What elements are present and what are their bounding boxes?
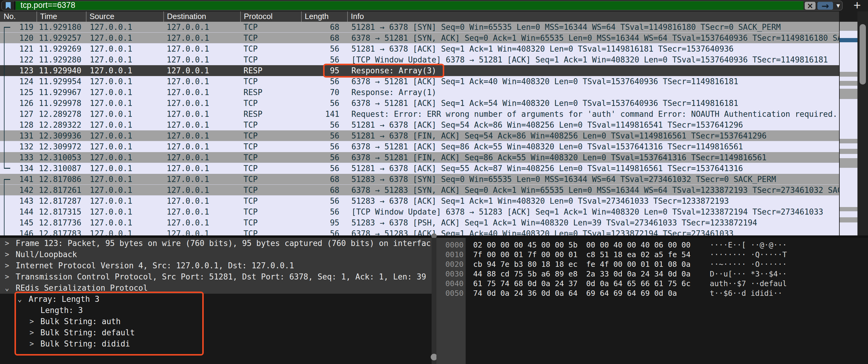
cell-src: 127.0.0.1 <box>86 76 163 87</box>
cell-len: 68 <box>301 33 347 44</box>
expander-icon[interactable]: > <box>5 260 9 271</box>
detail-row[interactable]: >Bulk String: dididi <box>0 338 432 349</box>
cell-info: 51281 → 6378 [ACK] Seq=1 Ack=1 Win=40832… <box>347 44 839 54</box>
hex-ascii: ········ ·Q·····T <box>710 250 787 259</box>
packet-rows: 11911.929180127.0.0.1127.0.0.1TCP6851281… <box>0 22 839 235</box>
cell-proto: TCP <box>240 119 301 131</box>
pane-splitter[interactable] <box>432 238 436 364</box>
cell-dst: 127.0.0.1 <box>163 119 240 131</box>
cell-no: 127 <box>0 109 36 119</box>
expander-icon[interactable]: > <box>30 338 34 349</box>
packet-row[interactable]: 14112.817086127.0.0.1127.0.0.1TCP6851283… <box>0 174 839 185</box>
hex-row[interactable]: 005074 0d 0a 24 36 0d 0a 6469 64 69 64 6… <box>436 288 868 298</box>
minimap-mark <box>840 81 858 86</box>
detail-row[interactable]: ⌄REdis Serialization Protocol <box>0 282 432 294</box>
cell-src: 127.0.0.1 <box>86 228 163 235</box>
cell-src: 127.0.0.1 <box>86 196 163 206</box>
hex-row[interactable]: 0020cb 94 7e b3 80 18 18 ecfe 4f 00 00 0… <box>436 259 868 269</box>
packet-row[interactable]: 11911.929180127.0.0.1127.0.0.1TCP6851281… <box>0 22 839 33</box>
column-header-dst[interactable]: Destination <box>163 11 240 22</box>
packet-row[interactable]: 12111.929269127.0.0.1127.0.0.1TCP5651281… <box>0 44 839 54</box>
detail-row[interactable]: >Null/Loopback <box>0 249 432 260</box>
detail-text: Array: Length 3 <box>29 294 99 305</box>
detail-row[interactable]: ⌄Array: Length 3 <box>0 294 432 305</box>
cell-info: 6378 → 51281 [SYN, ACK] Seq=0 Ack=1 Win=… <box>347 33 839 44</box>
conversation-bracket <box>4 27 4 168</box>
clear-filter-button[interactable]: × <box>805 2 815 10</box>
expander-icon[interactable]: > <box>30 327 34 338</box>
expander-icon[interactable]: > <box>5 249 9 260</box>
detail-row[interactable]: >Transmission Control Protocol, Src Port… <box>0 271 432 282</box>
cell-len: 56 <box>301 206 347 217</box>
cell-proto: TCP <box>240 76 301 87</box>
hex-offset: 0030 <box>438 269 464 279</box>
detail-row[interactable]: >Bulk String: default <box>0 327 432 338</box>
column-header-time[interactable]: Time <box>36 11 86 22</box>
hex-ascii: t··$6··d ididi·· <box>710 288 782 298</box>
packet-row[interactable]: 12211.929280127.0.0.1127.0.0.1TCP56[TCP … <box>0 54 839 65</box>
packet-row[interactable]: 14412.817315127.0.0.1127.0.0.1TCP56[TCP … <box>0 206 839 217</box>
expander-icon[interactable]: ⌄ <box>18 294 22 305</box>
cell-dst: 127.0.0.1 <box>163 109 240 119</box>
detail-row[interactable]: >Bulk String: auth <box>0 316 432 327</box>
packet-row[interactable]: 14512.817736127.0.0.1127.0.0.1TCP9551283… <box>0 217 839 228</box>
cell-len: 56 <box>301 76 347 87</box>
detail-row[interactable]: >Internet Protocol Version 4, Src: 127.0… <box>0 260 432 271</box>
apply-filter-button[interactable]: → <box>817 2 833 10</box>
conversation-bracket <box>4 27 10 28</box>
column-header-len[interactable]: Length <box>301 11 347 22</box>
cell-len: 56 <box>301 152 347 163</box>
minimap-mark <box>840 89 858 99</box>
packet-row[interactable]: 12812.289322127.0.0.1127.0.0.1TCP5651281… <box>0 119 839 131</box>
expander-icon[interactable]: > <box>5 238 9 249</box>
vertical-scrollbar[interactable] <box>858 11 868 235</box>
conversation-bracket <box>4 179 10 180</box>
hex-bytes: cb 94 7e b3 80 18 18 ec <box>473 259 578 269</box>
packet-row[interactable]: 14312.817287127.0.0.1127.0.0.1TCP5651283… <box>0 196 839 206</box>
column-header-no[interactable]: No. <box>0 11 36 22</box>
hex-row[interactable]: 004061 75 74 68 0d 0a 24 370d 0a 64 65 6… <box>436 279 868 288</box>
packet-row[interactable]: 13412.310087127.0.0.1127.0.0.1TCP5651281… <box>0 163 839 174</box>
packet-row[interactable]: 13212.309972127.0.0.1127.0.0.1TCP566378 … <box>0 141 839 152</box>
packet-row[interactable]: 12311.929940127.0.0.1127.0.0.1RESP95Resp… <box>0 65 839 76</box>
filter-dropdown-button[interactable]: ▼ <box>834 2 843 10</box>
packet-row[interactable]: 12712.289278127.0.0.1127.0.0.1RESP141Req… <box>0 109 839 119</box>
intelligent-scrollbar-minimap[interactable] <box>839 22 858 235</box>
bookmark-button[interactable] <box>2 1 15 10</box>
expander-icon[interactable]: > <box>30 316 34 327</box>
cell-info: 6378 → 51283 [SYN, ACK] Seq=0 Ack=1 Win=… <box>347 185 839 196</box>
cell-info: [TCP Window Update] 6378 → 51281 [ACK] S… <box>347 54 839 65</box>
column-header-proto[interactable]: Protocol <box>240 11 301 22</box>
packet-row[interactable]: 12011.929257127.0.0.1127.0.0.1TCP686378 … <box>0 33 839 44</box>
cell-time: 11.929180 <box>36 22 86 33</box>
hex-offset: 0000 <box>438 240 464 250</box>
packet-row[interactable]: 12511.929967127.0.0.1127.0.0.1RESP70Resp… <box>0 87 839 98</box>
cell-src: 127.0.0.1 <box>86 65 163 76</box>
hex-row[interactable]: 000002 00 00 00 45 00 00 5b00 00 40 00 4… <box>436 240 868 250</box>
conversation-bracket <box>4 168 10 169</box>
cell-info: 6378 → 51283 [ACK] Seq=1 Ack=40 Win=4083… <box>347 228 839 235</box>
add-filter-button[interactable]: + <box>850 0 864 12</box>
expander-icon[interactable]: ⌄ <box>5 282 9 294</box>
detail-row[interactable]: Length: 3 <box>0 305 432 316</box>
packet-row[interactable]: 14212.817261127.0.0.1127.0.0.1TCP686378 … <box>0 185 839 196</box>
display-filter-input[interactable] <box>16 1 804 10</box>
packet-row[interactable]: 12411.929954127.0.0.1127.0.0.1TCP566378 … <box>0 76 839 87</box>
packet-row[interactable]: 12611.929978127.0.0.1127.0.0.1TCP566378 … <box>0 98 839 109</box>
expander-icon[interactable]: > <box>5 271 9 282</box>
packet-row[interactable]: 14612.817783127.0.0.1127.0.0.1TCP566378 … <box>0 228 839 235</box>
cell-proto: TCP <box>240 185 301 196</box>
hex-row[interactable]: 003044 88 cd 75 5b a6 89 e82a 33 0d 0a 2… <box>436 269 868 279</box>
column-header-src[interactable]: Source <box>86 11 163 22</box>
packet-row[interactable]: 13112.309936127.0.0.1127.0.0.1TCP5651281… <box>0 131 839 141</box>
hex-bytes: 0d 0a 64 65 66 61 75 6c <box>586 279 690 288</box>
cell-time: 12.310053 <box>36 152 86 163</box>
detail-row[interactable]: >Frame 123: Packet, 95 bytes on wire (76… <box>0 238 432 249</box>
scrollbar-thumb[interactable] <box>860 24 866 85</box>
hex-row[interactable]: 00107f 00 00 01 7f 00 00 01c8 51 18 ea 0… <box>436 250 868 259</box>
cell-time: 12.817086 <box>36 174 86 185</box>
column-header-info[interactable]: Info <box>347 11 839 22</box>
hex-bytes: 02 00 00 00 45 00 00 5b <box>473 240 578 250</box>
hex-bytes: 74 0d 0a 24 36 0d 0a 64 <box>473 288 578 298</box>
packet-row[interactable]: 13312.310053127.0.0.1127.0.0.1TCP566378 … <box>0 152 839 163</box>
